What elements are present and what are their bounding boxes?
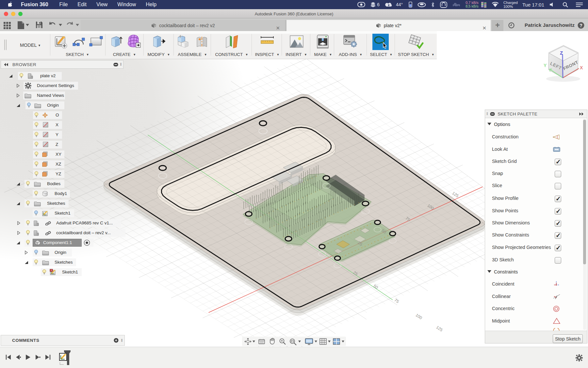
svg-text:?: ? <box>580 23 582 28</box>
svg-text:Z: Z <box>560 50 563 56</box>
svg-text:X: X <box>580 65 583 70</box>
svg-text:Y: Y <box>544 63 547 68</box>
